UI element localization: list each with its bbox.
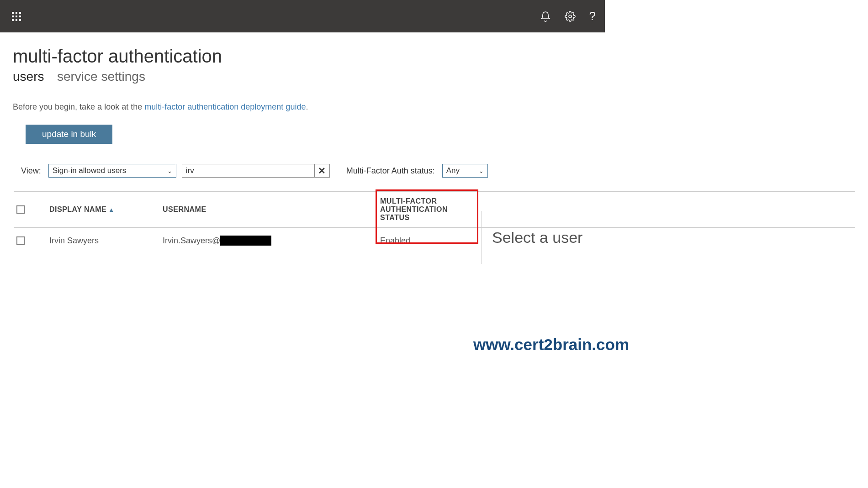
help-button[interactable]: ? — [589, 9, 596, 23]
update-in-bulk-button[interactable]: update in bulk — [26, 125, 112, 144]
page-content: multi-factor authentication users servic… — [0, 32, 868, 295]
cell-display-name: Irvin Sawyers — [49, 236, 163, 246]
filter-row: View: Sign-in allowed users ⌄ ✕ Multi-Fa… — [21, 164, 855, 178]
detail-placeholder: Select a user — [492, 229, 582, 247]
search-wrapper: ✕ — [182, 164, 330, 178]
table-header-row: DISPLAY NAME▲ USERNAME MULTI-FACTOR AUTH… — [14, 191, 855, 228]
mfa-status-select[interactable]: Any ⌄ — [442, 164, 488, 178]
select-all-checkbox[interactable] — [16, 205, 25, 214]
search-input[interactable] — [182, 164, 314, 178]
close-icon: ✕ — [318, 165, 326, 176]
tab-service-settings[interactable]: service settings — [57, 69, 145, 84]
detail-panel: Select a user — [482, 211, 582, 264]
row-checkbox[interactable] — [16, 236, 25, 245]
waffle-icon — [12, 12, 21, 21]
intro-text: Before you begin, take a look at the mul… — [13, 102, 855, 112]
page-title: multi-factor authentication — [13, 46, 855, 67]
table-row[interactable]: Irvin Sawyers Irvin.Sawyers@ Enabled — [14, 228, 855, 253]
column-mfa-status[interactable]: MULTI-FACTOR AUTHENTICATION STATUS — [380, 197, 476, 222]
app-launcher-button[interactable] — [8, 8, 25, 25]
deployment-guide-link[interactable]: multi-factor authentication deployment g… — [144, 102, 306, 111]
view-select-value: Sign-in allowed users — [53, 166, 127, 175]
intro-suffix: . — [306, 102, 308, 111]
users-table: DISPLAY NAME▲ USERNAME MULTI-FACTOR AUTH… — [14, 191, 855, 281]
column-display-name-label: DISPLAY NAME — [49, 205, 106, 213]
top-nav-bar: ? — [0, 0, 605, 32]
mfa-status-label: Multi-Factor Auth status: — [346, 166, 435, 176]
row-checkbox-cell — [14, 236, 49, 245]
intro-prefix: Before you begin, take a look at the — [13, 102, 144, 111]
column-username[interactable]: USERNAME — [163, 205, 380, 214]
svg-point-0 — [569, 15, 572, 18]
tab-strip: users service settings — [13, 69, 855, 84]
tab-users[interactable]: users — [13, 69, 44, 84]
watermark: www.cert2brain.com — [473, 336, 629, 354]
chevron-down-icon: ⌄ — [167, 168, 172, 174]
chevron-down-icon: ⌄ — [479, 168, 484, 174]
clear-search-button[interactable]: ✕ — [314, 164, 330, 178]
cell-username: Irvin.Sawyers@ — [163, 236, 380, 246]
column-display-name[interactable]: DISPLAY NAME▲ — [49, 205, 163, 214]
sort-ascending-icon: ▲ — [108, 206, 114, 213]
mfa-status-value: Any — [446, 166, 460, 175]
table-bottom-divider — [32, 281, 855, 281]
select-all-cell — [14, 205, 49, 214]
settings-button[interactable] — [565, 11, 576, 22]
redacted-domain — [220, 236, 271, 246]
notifications-button[interactable] — [540, 11, 551, 22]
column-mfa-status-wrap: MULTI-FACTOR AUTHENTICATION STATUS — [380, 197, 476, 222]
cell-mfa-status: Enabled — [380, 236, 410, 246]
bell-icon — [540, 11, 551, 22]
view-select[interactable]: Sign-in allowed users ⌄ — [48, 164, 176, 178]
topbar-right-group: ? — [540, 9, 596, 23]
view-label: View: — [21, 166, 41, 176]
username-prefix: Irvin.Sawyers@ — [163, 236, 220, 246]
gear-icon — [565, 11, 576, 22]
